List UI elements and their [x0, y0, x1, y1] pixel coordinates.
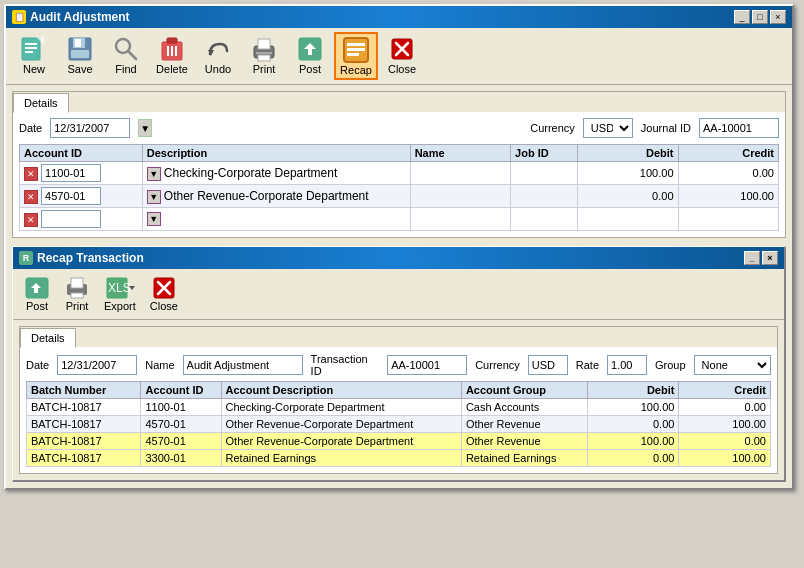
recap-close-button[interactable]: Close	[145, 273, 183, 315]
cell-job-id	[511, 208, 578, 231]
recap-name-input[interactable]	[183, 355, 303, 375]
undo-button[interactable]: Undo	[196, 32, 240, 80]
recap-group-select[interactable]: None	[694, 355, 771, 375]
recap-post-button[interactable]: Post	[19, 273, 55, 315]
row1-dd-btn[interactable]: ▼	[147, 167, 161, 181]
recap-currency-label: Currency	[475, 359, 520, 371]
find-icon	[112, 35, 140, 63]
recap-content: Post Print XLS Export	[13, 269, 784, 480]
save-icon	[66, 35, 94, 63]
recap-form: Date Name Transaction ID Currency Rate	[20, 347, 777, 473]
svg-rect-12	[167, 38, 177, 43]
new-icon	[20, 35, 48, 63]
date-label: Date	[19, 122, 42, 134]
rcell-batch: BATCH-10817	[27, 399, 141, 416]
recap-name-label: Name	[145, 359, 174, 371]
recap-close[interactable]: ×	[762, 251, 778, 265]
cell-credit	[678, 208, 778, 231]
recap-tab-header: Details	[20, 327, 777, 347]
save-button[interactable]: Save	[58, 32, 102, 80]
post-button[interactable]: Post	[288, 32, 332, 80]
svg-rect-7	[75, 39, 81, 47]
rcell-batch: BATCH-10817	[27, 433, 141, 450]
audit-window-title: Audit Adjustment	[30, 10, 130, 24]
recap-date-input[interactable]	[57, 355, 137, 375]
journal-input[interactable]	[699, 118, 779, 138]
row2-dd-btn[interactable]: ▼	[147, 190, 161, 204]
post-label: Post	[299, 63, 321, 75]
rcell-batch: BATCH-10817	[27, 416, 141, 433]
print-icon	[250, 35, 278, 63]
date-dropdown[interactable]: ▼	[138, 119, 152, 137]
row2-account-input[interactable]	[41, 187, 101, 205]
cell-description: ▼ Checking-Corporate Department	[142, 162, 410, 185]
print-button[interactable]: Print	[242, 32, 286, 80]
row3-delete-btn[interactable]: ✕	[24, 213, 38, 227]
recap-close-label: Close	[150, 300, 178, 312]
rcol-credit: Credit	[679, 382, 771, 399]
recap-print-icon	[64, 276, 90, 300]
rcell-debit: 0.00	[587, 450, 679, 467]
recap-transaction-window: R Recap Transaction _ × Post	[12, 246, 786, 482]
recap-print-button[interactable]: Print	[59, 273, 95, 315]
cell-account-id: ✕	[20, 162, 143, 185]
currency-select[interactable]: USD	[583, 118, 633, 138]
row3-dd-btn[interactable]: ▼	[147, 212, 161, 226]
recap-button[interactable]: Recap	[334, 32, 378, 80]
rcell-group: Retained Earnings	[461, 450, 587, 467]
svg-rect-2	[25, 47, 37, 49]
rcell-desc: Other Revenue-Corporate Department	[221, 416, 461, 433]
recap-table-row: BATCH-108174570-01Other Revenue-Corporat…	[27, 416, 771, 433]
maximize-button[interactable]: □	[752, 10, 768, 24]
svg-rect-1	[25, 43, 37, 45]
row1-delete-btn[interactable]: ✕	[24, 167, 38, 181]
row3-account-input[interactable]	[41, 210, 101, 228]
cell-debit: 100.00	[578, 162, 678, 185]
recap-grid: Batch Number Account ID Account Descript…	[26, 381, 771, 467]
svg-rect-24	[347, 43, 365, 46]
recap-rate-input[interactable]	[607, 355, 647, 375]
recap-details-area: Details Date Name Transaction ID Currenc…	[13, 320, 784, 480]
recap-window-title: Recap Transaction	[37, 251, 144, 265]
rcell-desc: Retained Earnings	[221, 450, 461, 467]
new-button[interactable]: New	[12, 32, 56, 80]
svg-rect-20	[258, 55, 270, 61]
audit-tab-panel: Details Date ▼ Currency USD Journal ID	[12, 91, 786, 238]
minimize-button[interactable]: _	[734, 10, 750, 24]
recap-print-label: Print	[66, 300, 89, 312]
rcell-batch: BATCH-10817	[27, 450, 141, 467]
recap-minimize[interactable]: _	[744, 251, 760, 265]
row2-delete-btn[interactable]: ✕	[24, 190, 38, 204]
recap-date-label: Date	[26, 359, 49, 371]
rcell-account: 1100-01	[141, 399, 221, 416]
recap-currency-input[interactable]	[528, 355, 568, 375]
cell-credit: 100.00	[678, 185, 778, 208]
delete-button[interactable]: Delete	[150, 32, 194, 80]
col-name: Name	[410, 145, 510, 162]
recap-label: Recap	[340, 64, 372, 76]
row1-account-input[interactable]	[41, 164, 101, 182]
cell-description: ▼	[142, 208, 410, 231]
close-window-button[interactable]: ×	[770, 10, 786, 24]
svg-rect-26	[347, 53, 359, 56]
find-button[interactable]: Find	[104, 32, 148, 80]
recap-toolbar: Post Print XLS Export	[13, 269, 784, 320]
cell-name	[410, 162, 510, 185]
date-input[interactable]	[50, 118, 130, 138]
audit-adjustment-window: 📋 Audit Adjustment _ □ × New Save Find	[4, 4, 794, 490]
recap-export-button[interactable]: XLS Export	[99, 273, 141, 315]
svg-rect-25	[347, 48, 365, 51]
rcol-batch: Batch Number	[27, 382, 141, 399]
journal-label: Journal ID	[641, 122, 691, 134]
row2-description: Other Revenue-Corporate Department	[164, 189, 369, 203]
details-tab[interactable]: Details	[13, 93, 69, 113]
recap-tab-panel: Details Date Name Transaction ID Currenc…	[19, 326, 778, 474]
recap-details-tab[interactable]: Details	[20, 328, 76, 348]
save-label: Save	[67, 63, 92, 75]
row1-description: Checking-Corporate Department	[164, 166, 337, 180]
rcell-account: 4570-01	[141, 433, 221, 450]
recap-tid-input[interactable]	[387, 355, 467, 375]
recap-tid-label: Transaction ID	[311, 353, 380, 377]
recap-export-label: Export	[104, 300, 136, 312]
close-button-main[interactable]: Close	[380, 32, 424, 80]
